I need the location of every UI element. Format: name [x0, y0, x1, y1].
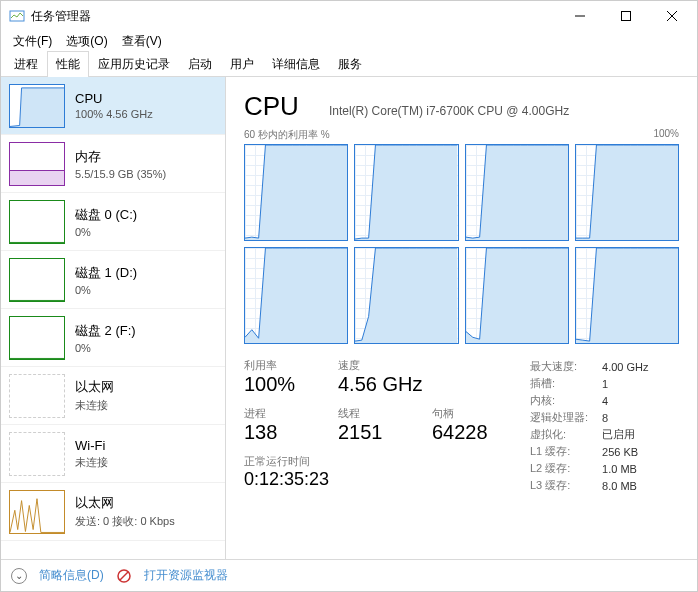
sidebar-title: 磁盘 1 (D:) [75, 264, 137, 282]
wifi-thumb [9, 432, 65, 476]
thr-value: 2151 [338, 421, 406, 444]
proc-label: 进程 [244, 406, 312, 421]
sidebar-item-disk1[interactable]: 磁盘 1 (D:)0% [1, 251, 225, 309]
close-button[interactable] [649, 1, 695, 31]
svg-marker-8 [466, 145, 568, 240]
sidebar-item-disk0[interactable]: 磁盘 0 (C:)0% [1, 193, 225, 251]
sidebar-item-wifi[interactable]: Wi-Fi未连接 [1, 425, 225, 483]
svg-marker-5 [10, 87, 64, 127]
sidebar-title: Wi-Fi [75, 438, 108, 453]
uptime-value: 0:12:35:23 [244, 469, 500, 490]
performance-sidebar[interactable]: CPU100% 4.56 GHz内存5.5/15.9 GB (35%)磁盘 0 … [1, 77, 226, 559]
core-graph-4 [244, 247, 348, 344]
sidebar-item-eth0[interactable]: 以太网未连接 [1, 367, 225, 425]
core-graph-6 [465, 247, 569, 344]
sidebar-item-memory[interactable]: 内存5.5/15.9 GB (35%) [1, 135, 225, 193]
maximize-button[interactable] [603, 1, 649, 31]
core-graph-1 [354, 144, 458, 241]
svg-rect-0 [10, 11, 24, 21]
cpu-model: Intel(R) Core(TM) i7-6700K CPU @ 4.00GHz [329, 104, 569, 118]
sidebar-title: 磁盘 2 (F:) [75, 322, 136, 340]
hnd-value: 64228 [432, 421, 500, 444]
sidebar-sub: 5.5/15.9 GB (35%) [75, 168, 166, 180]
cpu-core-graphs [244, 144, 679, 344]
sidebar-sub: 100% 4.56 GHz [75, 108, 153, 120]
svg-marker-9 [576, 145, 678, 240]
sidebar-item-cpu[interactable]: CPU100% 4.56 GHz [1, 77, 225, 135]
sidebar-title: 磁盘 0 (C:) [75, 206, 137, 224]
main-title: CPU [244, 91, 299, 122]
sidebar-item-disk2[interactable]: 磁盘 2 (F:)0% [1, 309, 225, 367]
core-graph-3 [575, 144, 679, 241]
svg-line-15 [120, 572, 128, 580]
thr-label: 线程 [338, 406, 406, 421]
sidebar-sub: 0% [75, 226, 137, 238]
sidebar-sub: 0% [75, 342, 136, 354]
disk1-thumb [9, 258, 65, 302]
eth0-thumb [9, 374, 65, 418]
tab-details[interactable]: 详细信息 [263, 51, 329, 77]
sidebar-title: CPU [75, 91, 153, 106]
cpu-thumb [9, 84, 65, 128]
graph-label-right: 100% [653, 128, 679, 142]
tab-app-history[interactable]: 应用历史记录 [89, 51, 179, 77]
disk2-thumb [9, 316, 65, 360]
menu-options[interactable]: 选项(O) [60, 31, 113, 52]
proc-value: 138 [244, 421, 312, 444]
sidebar-item-eth1[interactable]: 以太网发送: 0 接收: 0 Kbps [1, 483, 225, 541]
svg-marker-6 [245, 145, 347, 240]
open-resmon-link[interactable]: 打开资源监视器 [144, 567, 228, 584]
memory-thumb [9, 142, 65, 186]
speed-value: 4.56 GHz [338, 373, 422, 396]
tab-users[interactable]: 用户 [221, 51, 263, 77]
sidebar-sub: 未连接 [75, 455, 108, 470]
core-graph-7 [575, 247, 679, 344]
svg-marker-12 [466, 248, 568, 343]
util-label: 利用率 [244, 358, 312, 373]
window-title: 任务管理器 [31, 8, 557, 25]
tab-services[interactable]: 服务 [329, 51, 371, 77]
sidebar-sub: 发送: 0 接收: 0 Kbps [75, 514, 175, 529]
chevron-down-icon[interactable]: ⌄ [11, 568, 27, 584]
sidebar-sub: 未连接 [75, 398, 114, 413]
svg-marker-7 [355, 145, 457, 240]
fewer-details-link[interactable]: 简略信息(D) [39, 567, 104, 584]
sidebar-title: 以太网 [75, 378, 114, 396]
speed-label: 速度 [338, 358, 422, 373]
svg-rect-2 [622, 12, 631, 21]
core-graph-5 [354, 247, 458, 344]
sidebar-title: 内存 [75, 148, 166, 166]
svg-marker-13 [576, 248, 678, 343]
util-value: 100% [244, 373, 312, 396]
graph-label-left: 60 秒内的利用率 % [244, 128, 330, 142]
menu-view[interactable]: 查看(V) [116, 31, 168, 52]
core-graph-0 [244, 144, 348, 241]
menu-file[interactable]: 文件(F) [7, 31, 58, 52]
cpu-specs-table: 最大速度:4.00 GHz 插槽:1 内核:4 逻辑处理器:8 虚拟化:已启用 … [530, 358, 663, 494]
core-graph-2 [465, 144, 569, 241]
eth1-thumb [9, 490, 65, 534]
tab-performance[interactable]: 性能 [47, 51, 89, 77]
sidebar-title: 以太网 [75, 494, 175, 512]
svg-marker-10 [245, 248, 347, 343]
uptime-label: 正常运行时间 [244, 454, 500, 469]
tab-startup[interactable]: 启动 [179, 51, 221, 77]
app-icon [9, 8, 25, 24]
minimize-button[interactable] [557, 1, 603, 31]
tab-processes[interactable]: 进程 [5, 51, 47, 77]
sidebar-sub: 0% [75, 284, 137, 296]
hnd-label: 句柄 [432, 406, 500, 421]
disk0-thumb [9, 200, 65, 244]
resmon-icon [116, 568, 132, 584]
